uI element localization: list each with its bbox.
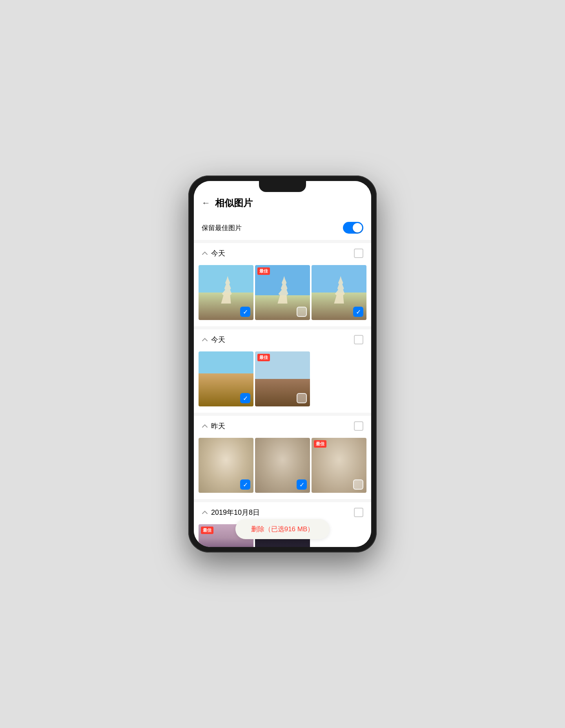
page-title: 相似图片 (215, 197, 253, 209)
toggle-label: 保留最佳图片 (202, 223, 242, 232)
image-item[interactable]: ✓ (199, 265, 253, 320)
group-section-3: 昨天 ✓ ✓ 最佳 (194, 416, 371, 499)
back-button[interactable]: ← (202, 198, 210, 208)
group-header-3: 昨天 (194, 416, 371, 436)
chevron-up-icon-2[interactable] (202, 337, 208, 343)
group-title-2: 今天 (211, 335, 225, 344)
check-selected-icon: ✓ (240, 393, 250, 403)
phone-frame: ← 相似图片 保留最佳图片 今天 (188, 176, 377, 552)
group-section-2: 今天 ✓ 最佳 (194, 329, 371, 413)
notch (259, 181, 306, 192)
chevron-up-icon-3[interactable] (202, 423, 208, 429)
images-grid-2: ✓ 最佳 (194, 350, 371, 413)
best-badge: 最佳 (257, 267, 270, 275)
group-section-1: 今天 ✓ 最佳 ✓ (194, 243, 371, 326)
images-grid-3: ✓ ✓ 最佳 (194, 436, 371, 499)
group-title-3: 昨天 (211, 421, 225, 431)
toggle-row: 保留最佳图片 (194, 216, 371, 240)
image-item[interactable]: 最佳 (255, 265, 310, 320)
image-item[interactable]: ✓ (312, 265, 366, 320)
keep-best-toggle[interactable] (343, 222, 363, 234)
group-checkbox-3[interactable] (354, 421, 363, 431)
check-unselected-icon (353, 479, 363, 490)
check-selected-icon: ✓ (240, 479, 250, 490)
check-unselected-icon (297, 307, 307, 317)
image-item[interactable]: ✓ (199, 438, 253, 493)
check-selected-icon: ✓ (353, 307, 363, 317)
best-badge: 最佳 (314, 440, 326, 448)
check-unselected-icon (297, 393, 307, 403)
group-checkbox-1[interactable] (354, 249, 363, 258)
best-badge: 最佳 (257, 354, 270, 361)
group-header-left-3: 昨天 (202, 421, 225, 431)
image-item[interactable]: 最佳 (255, 351, 310, 406)
images-grid-1: ✓ 最佳 ✓ (194, 263, 371, 326)
group-header-2: 今天 (194, 329, 371, 350)
image-item[interactable]: 最佳 (312, 438, 366, 493)
image-item[interactable]: ✓ (255, 438, 310, 493)
image-item[interactable]: ✓ (199, 351, 253, 406)
group-header-1: 今天 (194, 243, 371, 263)
group-header-left-1: 今天 (202, 249, 225, 258)
phone-screen: ← 相似图片 保留最佳图片 今天 (194, 181, 371, 547)
group-checkbox-2[interactable] (354, 335, 363, 344)
group-title-1: 今天 (211, 249, 225, 258)
screen-content: ← 相似图片 保留最佳图片 今天 (194, 181, 371, 547)
delete-bar: 删除（已选916 MB） (194, 514, 371, 547)
group-header-left-2: 今天 (202, 335, 225, 344)
chevron-up-icon-1[interactable] (202, 250, 208, 256)
check-selected-icon: ✓ (297, 479, 307, 490)
delete-button[interactable]: 删除（已选916 MB） (235, 519, 330, 539)
check-selected-icon: ✓ (240, 307, 250, 317)
